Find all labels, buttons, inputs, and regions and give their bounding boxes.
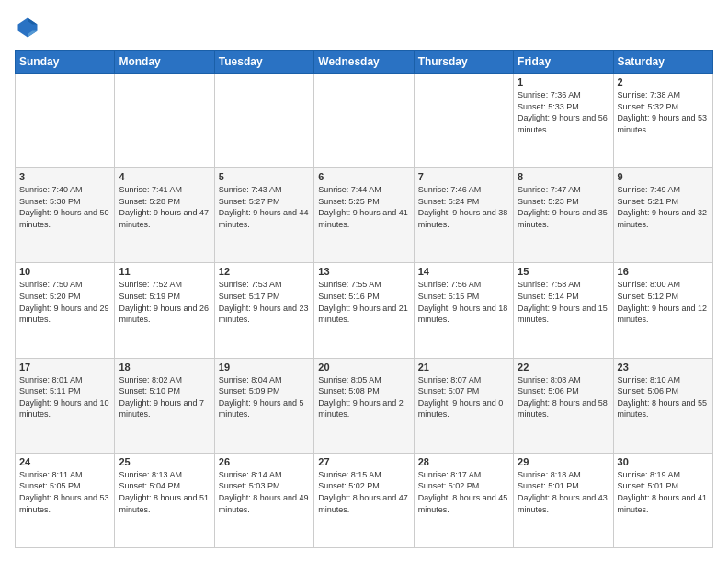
calendar-table: SundayMondayTuesdayWednesdayThursdayFrid…	[15, 50, 713, 548]
day-cell: 13Sunrise: 7:55 AM Sunset: 5:16 PM Dayli…	[314, 263, 414, 358]
day-info: Sunrise: 8:05 AM Sunset: 5:08 PM Dayligh…	[318, 374, 409, 420]
day-info: Sunrise: 7:44 AM Sunset: 5:25 PM Dayligh…	[318, 184, 409, 230]
day-cell: 20Sunrise: 8:05 AM Sunset: 5:08 PM Dayli…	[314, 358, 414, 453]
day-cell: 15Sunrise: 7:58 AM Sunset: 5:14 PM Dayli…	[514, 263, 613, 358]
day-cell	[214, 74, 313, 168]
day-info: Sunrise: 8:07 AM Sunset: 5:07 PM Dayligh…	[418, 374, 509, 420]
day-info: Sunrise: 7:56 AM Sunset: 5:15 PM Dayligh…	[418, 279, 509, 325]
day-info: Sunrise: 7:53 AM Sunset: 5:17 PM Dayligh…	[219, 279, 310, 325]
day-info: Sunrise: 8:15 AM Sunset: 5:02 PM Dayligh…	[318, 469, 409, 515]
day-cell: 21Sunrise: 8:07 AM Sunset: 5:07 PM Dayli…	[414, 358, 513, 453]
day-cell: 23Sunrise: 8:10 AM Sunset: 5:06 PM Dayli…	[613, 358, 712, 453]
logo-icon	[15, 15, 40, 40]
day-number: 5	[219, 171, 310, 182]
day-number: 3	[19, 171, 110, 182]
day-cell: 16Sunrise: 8:00 AM Sunset: 5:12 PM Dayli…	[613, 263, 712, 358]
day-cell: 14Sunrise: 7:56 AM Sunset: 5:15 PM Dayli…	[414, 263, 513, 358]
day-number: 13	[318, 266, 409, 277]
day-number: 6	[318, 171, 409, 182]
day-info: Sunrise: 8:13 AM Sunset: 5:04 PM Dayligh…	[119, 469, 210, 515]
day-info: Sunrise: 7:36 AM Sunset: 5:33 PM Dayligh…	[518, 89, 609, 135]
day-info: Sunrise: 8:08 AM Sunset: 5:06 PM Dayligh…	[518, 374, 609, 420]
day-number: 26	[219, 456, 310, 467]
day-cell: 6Sunrise: 7:44 AM Sunset: 5:25 PM Daylig…	[314, 168, 414, 263]
day-number: 19	[219, 362, 310, 373]
day-cell: 11Sunrise: 7:52 AM Sunset: 5:19 PM Dayli…	[115, 263, 214, 358]
day-info: Sunrise: 8:02 AM Sunset: 5:10 PM Dayligh…	[119, 374, 210, 420]
calendar-header-row: SundayMondayTuesdayWednesdayThursdayFrid…	[16, 51, 713, 74]
day-number: 27	[318, 456, 409, 467]
day-info: Sunrise: 8:10 AM Sunset: 5:06 PM Dayligh…	[618, 374, 709, 420]
day-number: 8	[518, 171, 609, 182]
day-number: 14	[418, 266, 509, 277]
day-info: Sunrise: 7:46 AM Sunset: 5:24 PM Dayligh…	[418, 184, 509, 230]
day-info: Sunrise: 7:52 AM Sunset: 5:19 PM Dayligh…	[119, 279, 210, 325]
day-number: 12	[219, 266, 310, 277]
day-number: 24	[19, 456, 110, 467]
day-cell: 10Sunrise: 7:50 AM Sunset: 5:20 PM Dayli…	[16, 263, 115, 358]
day-number: 21	[418, 362, 509, 373]
day-cell: 7Sunrise: 7:46 AM Sunset: 5:24 PM Daylig…	[414, 168, 513, 263]
day-info: Sunrise: 7:40 AM Sunset: 5:30 PM Dayligh…	[19, 184, 110, 230]
day-cell	[16, 74, 115, 168]
day-info: Sunrise: 7:43 AM Sunset: 5:27 PM Dayligh…	[219, 184, 310, 230]
day-number: 29	[518, 456, 609, 467]
day-cell: 30Sunrise: 8:19 AM Sunset: 5:01 PM Dayli…	[613, 453, 712, 547]
day-cell: 29Sunrise: 8:18 AM Sunset: 5:01 PM Dayli…	[514, 453, 613, 547]
week-row-4: 17Sunrise: 8:01 AM Sunset: 5:11 PM Dayli…	[16, 358, 713, 453]
calendar-body: 1Sunrise: 7:36 AM Sunset: 5:33 PM Daylig…	[16, 74, 713, 548]
day-cell: 2Sunrise: 7:38 AM Sunset: 5:32 PM Daylig…	[613, 74, 712, 168]
day-info: Sunrise: 8:17 AM Sunset: 5:02 PM Dayligh…	[418, 469, 509, 515]
day-number: 9	[618, 171, 709, 182]
day-number: 25	[119, 456, 210, 467]
day-info: Sunrise: 8:14 AM Sunset: 5:03 PM Dayligh…	[219, 469, 310, 515]
day-info: Sunrise: 7:50 AM Sunset: 5:20 PM Dayligh…	[19, 279, 110, 325]
day-cell: 24Sunrise: 8:11 AM Sunset: 5:05 PM Dayli…	[16, 453, 115, 547]
weekday-header-tuesday: Tuesday	[214, 51, 313, 74]
day-cell: 12Sunrise: 7:53 AM Sunset: 5:17 PM Dayli…	[214, 263, 313, 358]
day-number: 18	[119, 362, 210, 373]
day-info: Sunrise: 8:01 AM Sunset: 5:11 PM Dayligh…	[19, 374, 110, 420]
day-number: 22	[518, 362, 609, 373]
day-info: Sunrise: 8:19 AM Sunset: 5:01 PM Dayligh…	[618, 469, 709, 515]
day-cell: 19Sunrise: 8:04 AM Sunset: 5:09 PM Dayli…	[214, 358, 313, 453]
day-info: Sunrise: 8:04 AM Sunset: 5:09 PM Dayligh…	[219, 374, 310, 420]
day-number: 7	[418, 171, 509, 182]
weekday-header-monday: Monday	[115, 51, 214, 74]
weekday-header-sunday: Sunday	[16, 51, 115, 74]
weekday-header-saturday: Saturday	[613, 51, 712, 74]
day-info: Sunrise: 8:18 AM Sunset: 5:01 PM Dayligh…	[518, 469, 609, 515]
week-row-1: 1Sunrise: 7:36 AM Sunset: 5:33 PM Daylig…	[16, 74, 713, 168]
header	[15, 15, 713, 40]
day-cell: 26Sunrise: 8:14 AM Sunset: 5:03 PM Dayli…	[214, 453, 313, 547]
weekday-header-thursday: Thursday	[414, 51, 513, 74]
day-cell: 3Sunrise: 7:40 AM Sunset: 5:30 PM Daylig…	[16, 168, 115, 263]
day-number: 10	[19, 266, 110, 277]
day-cell: 1Sunrise: 7:36 AM Sunset: 5:33 PM Daylig…	[514, 74, 613, 168]
day-cell: 5Sunrise: 7:43 AM Sunset: 5:27 PM Daylig…	[214, 168, 313, 263]
day-info: Sunrise: 8:00 AM Sunset: 5:12 PM Dayligh…	[618, 279, 709, 325]
day-number: 30	[618, 456, 709, 467]
day-number: 11	[119, 266, 210, 277]
weekday-header-wednesday: Wednesday	[314, 51, 414, 74]
week-row-5: 24Sunrise: 8:11 AM Sunset: 5:05 PM Dayli…	[16, 453, 713, 547]
day-number: 15	[518, 266, 609, 277]
day-number: 1	[518, 76, 609, 87]
day-info: Sunrise: 7:58 AM Sunset: 5:14 PM Dayligh…	[518, 279, 609, 325]
day-number: 2	[618, 76, 709, 87]
day-cell: 17Sunrise: 8:01 AM Sunset: 5:11 PM Dayli…	[16, 358, 115, 453]
week-row-2: 3Sunrise: 7:40 AM Sunset: 5:30 PM Daylig…	[16, 168, 713, 263]
day-info: Sunrise: 8:11 AM Sunset: 5:05 PM Dayligh…	[19, 469, 110, 515]
day-cell: 9Sunrise: 7:49 AM Sunset: 5:21 PM Daylig…	[613, 168, 712, 263]
day-info: Sunrise: 7:55 AM Sunset: 5:16 PM Dayligh…	[318, 279, 409, 325]
day-cell: 18Sunrise: 8:02 AM Sunset: 5:10 PM Dayli…	[115, 358, 214, 453]
day-cell: 4Sunrise: 7:41 AM Sunset: 5:28 PM Daylig…	[115, 168, 214, 263]
day-number: 16	[618, 266, 709, 277]
day-number: 4	[119, 171, 210, 182]
day-info: Sunrise: 7:38 AM Sunset: 5:32 PM Dayligh…	[618, 89, 709, 135]
day-cell	[314, 74, 414, 168]
day-number: 23	[618, 362, 709, 373]
page: SundayMondayTuesdayWednesdayThursdayFrid…	[0, 0, 728, 563]
week-row-3: 10Sunrise: 7:50 AM Sunset: 5:20 PM Dayli…	[16, 263, 713, 358]
day-number: 28	[418, 456, 509, 467]
